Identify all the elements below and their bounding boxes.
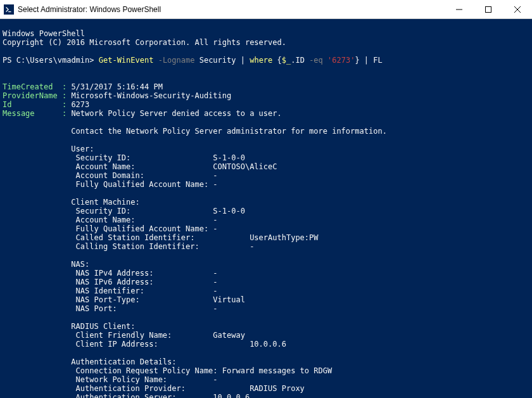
field-timecreated: TimeCreated : 5/31/2017 5:16:44 PM — [3, 82, 163, 91]
output-line: Authentication Provider: RADIUS Proxy — [3, 384, 305, 393]
section-radius-client: RADIUS Client: — [3, 322, 136, 331]
output-line: Client IP Address: 10.0.0.6 — [3, 340, 286, 349]
section-user: User: — [3, 144, 94, 153]
window-title: Select Administrator: Windows PowerShell — [18, 5, 445, 14]
output-line: Fully Qualified Account Name: - — [3, 180, 218, 189]
svg-rect-3 — [486, 6, 491, 12]
field-id: Id : 6273 — [3, 100, 89, 109]
output-line: Account Name: CONTOSO\AliceC — [3, 162, 277, 171]
powershell-icon — [4, 4, 14, 15]
minimize-button[interactable] — [445, 0, 474, 19]
message-body: Contact the Network Policy Server admini… — [3, 127, 387, 136]
output-line: Security ID: S-1-0-0 — [3, 207, 245, 215]
output-line: Account Name: - — [3, 215, 218, 224]
output-line: Authentication Server: 10.0.0.6 — [3, 393, 250, 398]
output-line: Security ID: S-1-0-0 — [3, 153, 245, 162]
output-line: Connection Request Policy Name: Forward … — [3, 366, 332, 375]
output-line: NAS Port-Type: Virtual — [3, 295, 245, 304]
terminal-output[interactable]: Windows PowerShell Copyright (C) 2016 Mi… — [0, 19, 532, 398]
output-line: NAS Port: - — [3, 304, 218, 313]
banner-line: Windows PowerShell — [3, 29, 85, 38]
prompt-line: PS C:\Users\vmadmin> Get-WinEvent -Logna… — [3, 56, 383, 65]
banner-line: Copyright (C) 2016 Microsoft Corporation… — [3, 38, 286, 47]
output-line: Client Friendly Name: Gateway — [3, 331, 245, 340]
output-line: Called Station Identifier: UserAuthType:… — [3, 233, 319, 242]
maximize-button[interactable] — [474, 0, 503, 19]
output-line: NAS IPv4 Address: - — [3, 269, 218, 278]
section-client-machine: Client Machine: — [3, 198, 140, 207]
output-line: Account Domain: - — [3, 171, 218, 180]
output-line: NAS Identifier: - — [3, 286, 218, 295]
output-line: Fully Qualified Account Name: - — [3, 224, 218, 233]
window-controls — [445, 0, 532, 19]
output-line: Network Policy Name: - — [3, 375, 218, 384]
output-line: Calling Station Identifier: - — [3, 242, 254, 251]
field-providername: ProviderName : Microsoft-Windows-Securit… — [3, 91, 231, 100]
field-message: Message : Network Policy Server denied a… — [3, 109, 282, 118]
window-titlebar: Select Administrator: Windows PowerShell — [0, 0, 532, 19]
section-auth-details: Authentication Details: — [3, 357, 177, 366]
section-nas: NAS: — [3, 260, 89, 269]
close-button[interactable] — [503, 0, 532, 19]
output-line: NAS IPv6 Address: - — [3, 278, 218, 286]
